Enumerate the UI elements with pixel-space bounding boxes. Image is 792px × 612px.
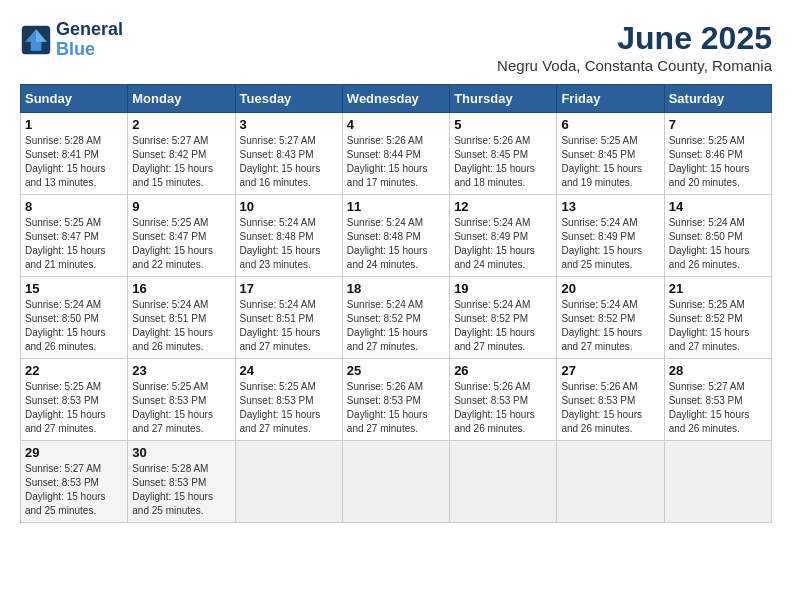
title-area: June 2025 Negru Voda, Constanta County, … — [497, 20, 772, 74]
day-info: Sunrise: 5:26 AMSunset: 8:44 PMDaylight:… — [347, 135, 428, 188]
day-info: Sunrise: 5:26 AMSunset: 8:53 PMDaylight:… — [454, 381, 535, 434]
calendar-day-empty — [557, 441, 664, 523]
day-info: Sunrise: 5:27 AMSunset: 8:43 PMDaylight:… — [240, 135, 321, 188]
day-number: 29 — [25, 445, 123, 460]
calendar-day-20: 20Sunrise: 5:24 AMSunset: 8:52 PMDayligh… — [557, 277, 664, 359]
day-number: 28 — [669, 363, 767, 378]
day-number: 25 — [347, 363, 445, 378]
day-info: Sunrise: 5:27 AMSunset: 8:53 PMDaylight:… — [669, 381, 750, 434]
calendar-day-empty — [664, 441, 771, 523]
calendar-day-4: 4Sunrise: 5:26 AMSunset: 8:44 PMDaylight… — [342, 113, 449, 195]
logo-text: General Blue — [56, 20, 123, 60]
logo: General Blue — [20, 20, 123, 60]
day-info: Sunrise: 5:28 AMSunset: 8:41 PMDaylight:… — [25, 135, 106, 188]
day-number: 16 — [132, 281, 230, 296]
day-number: 23 — [132, 363, 230, 378]
calendar-day-22: 22Sunrise: 5:25 AMSunset: 8:53 PMDayligh… — [21, 359, 128, 441]
day-info: Sunrise: 5:28 AMSunset: 8:53 PMDaylight:… — [132, 463, 213, 516]
calendar-day-23: 23Sunrise: 5:25 AMSunset: 8:53 PMDayligh… — [128, 359, 235, 441]
calendar-day-25: 25Sunrise: 5:26 AMSunset: 8:53 PMDayligh… — [342, 359, 449, 441]
calendar-header-row: Sunday Monday Tuesday Wednesday Thursday… — [21, 85, 772, 113]
page-header: General Blue June 2025 Negru Voda, Const… — [20, 20, 772, 74]
day-number: 5 — [454, 117, 552, 132]
calendar-day-7: 7Sunrise: 5:25 AMSunset: 8:46 PMDaylight… — [664, 113, 771, 195]
day-number: 24 — [240, 363, 338, 378]
calendar-day-26: 26Sunrise: 5:26 AMSunset: 8:53 PMDayligh… — [450, 359, 557, 441]
day-info: Sunrise: 5:25 AMSunset: 8:47 PMDaylight:… — [25, 217, 106, 270]
day-number: 14 — [669, 199, 767, 214]
day-number: 12 — [454, 199, 552, 214]
header-sunday: Sunday — [21, 85, 128, 113]
day-number: 7 — [669, 117, 767, 132]
day-number: 3 — [240, 117, 338, 132]
day-info: Sunrise: 5:27 AMSunset: 8:42 PMDaylight:… — [132, 135, 213, 188]
calendar-day-15: 15Sunrise: 5:24 AMSunset: 8:50 PMDayligh… — [21, 277, 128, 359]
calendar-week-4: 22Sunrise: 5:25 AMSunset: 8:53 PMDayligh… — [21, 359, 772, 441]
day-number: 17 — [240, 281, 338, 296]
calendar-day-29: 29Sunrise: 5:27 AMSunset: 8:53 PMDayligh… — [21, 441, 128, 523]
calendar-day-1: 1Sunrise: 5:28 AMSunset: 8:41 PMDaylight… — [21, 113, 128, 195]
calendar-week-2: 8Sunrise: 5:25 AMSunset: 8:47 PMDaylight… — [21, 195, 772, 277]
day-number: 21 — [669, 281, 767, 296]
month-title: June 2025 — [497, 20, 772, 57]
day-info: Sunrise: 5:24 AMSunset: 8:51 PMDaylight:… — [132, 299, 213, 352]
day-info: Sunrise: 5:25 AMSunset: 8:45 PMDaylight:… — [561, 135, 642, 188]
day-info: Sunrise: 5:26 AMSunset: 8:45 PMDaylight:… — [454, 135, 535, 188]
calendar-day-24: 24Sunrise: 5:25 AMSunset: 8:53 PMDayligh… — [235, 359, 342, 441]
day-info: Sunrise: 5:25 AMSunset: 8:52 PMDaylight:… — [669, 299, 750, 352]
day-info: Sunrise: 5:27 AMSunset: 8:53 PMDaylight:… — [25, 463, 106, 516]
day-info: Sunrise: 5:24 AMSunset: 8:51 PMDaylight:… — [240, 299, 321, 352]
calendar-day-28: 28Sunrise: 5:27 AMSunset: 8:53 PMDayligh… — [664, 359, 771, 441]
day-number: 18 — [347, 281, 445, 296]
calendar-day-10: 10Sunrise: 5:24 AMSunset: 8:48 PMDayligh… — [235, 195, 342, 277]
day-number: 19 — [454, 281, 552, 296]
header-saturday: Saturday — [664, 85, 771, 113]
calendar-day-16: 16Sunrise: 5:24 AMSunset: 8:51 PMDayligh… — [128, 277, 235, 359]
calendar-day-8: 8Sunrise: 5:25 AMSunset: 8:47 PMDaylight… — [21, 195, 128, 277]
day-number: 13 — [561, 199, 659, 214]
day-info: Sunrise: 5:25 AMSunset: 8:46 PMDaylight:… — [669, 135, 750, 188]
day-info: Sunrise: 5:25 AMSunset: 8:53 PMDaylight:… — [132, 381, 213, 434]
calendar-week-3: 15Sunrise: 5:24 AMSunset: 8:50 PMDayligh… — [21, 277, 772, 359]
calendar-week-5: 29Sunrise: 5:27 AMSunset: 8:53 PMDayligh… — [21, 441, 772, 523]
day-info: Sunrise: 5:25 AMSunset: 8:53 PMDaylight:… — [240, 381, 321, 434]
calendar-day-empty — [342, 441, 449, 523]
day-number: 1 — [25, 117, 123, 132]
calendar-day-6: 6Sunrise: 5:25 AMSunset: 8:45 PMDaylight… — [557, 113, 664, 195]
day-number: 22 — [25, 363, 123, 378]
day-number: 4 — [347, 117, 445, 132]
header-monday: Monday — [128, 85, 235, 113]
calendar-day-12: 12Sunrise: 5:24 AMSunset: 8:49 PMDayligh… — [450, 195, 557, 277]
day-number: 20 — [561, 281, 659, 296]
calendar-day-17: 17Sunrise: 5:24 AMSunset: 8:51 PMDayligh… — [235, 277, 342, 359]
day-number: 9 — [132, 199, 230, 214]
calendar: Sunday Monday Tuesday Wednesday Thursday… — [20, 84, 772, 523]
calendar-day-empty — [450, 441, 557, 523]
calendar-day-19: 19Sunrise: 5:24 AMSunset: 8:52 PMDayligh… — [450, 277, 557, 359]
day-info: Sunrise: 5:24 AMSunset: 8:48 PMDaylight:… — [347, 217, 428, 270]
header-tuesday: Tuesday — [235, 85, 342, 113]
calendar-day-2: 2Sunrise: 5:27 AMSunset: 8:42 PMDaylight… — [128, 113, 235, 195]
calendar-day-27: 27Sunrise: 5:26 AMSunset: 8:53 PMDayligh… — [557, 359, 664, 441]
location-title: Negru Voda, Constanta County, Romania — [497, 57, 772, 74]
day-number: 27 — [561, 363, 659, 378]
day-number: 11 — [347, 199, 445, 214]
calendar-day-30: 30Sunrise: 5:28 AMSunset: 8:53 PMDayligh… — [128, 441, 235, 523]
calendar-day-14: 14Sunrise: 5:24 AMSunset: 8:50 PMDayligh… — [664, 195, 771, 277]
day-info: Sunrise: 5:24 AMSunset: 8:48 PMDaylight:… — [240, 217, 321, 270]
calendar-day-5: 5Sunrise: 5:26 AMSunset: 8:45 PMDaylight… — [450, 113, 557, 195]
header-thursday: Thursday — [450, 85, 557, 113]
calendar-day-11: 11Sunrise: 5:24 AMSunset: 8:48 PMDayligh… — [342, 195, 449, 277]
calendar-day-9: 9Sunrise: 5:25 AMSunset: 8:47 PMDaylight… — [128, 195, 235, 277]
day-info: Sunrise: 5:24 AMSunset: 8:52 PMDaylight:… — [347, 299, 428, 352]
calendar-day-18: 18Sunrise: 5:24 AMSunset: 8:52 PMDayligh… — [342, 277, 449, 359]
calendar-week-1: 1Sunrise: 5:28 AMSunset: 8:41 PMDaylight… — [21, 113, 772, 195]
day-number: 10 — [240, 199, 338, 214]
day-info: Sunrise: 5:24 AMSunset: 8:49 PMDaylight:… — [454, 217, 535, 270]
day-number: 8 — [25, 199, 123, 214]
logo-icon — [20, 24, 52, 56]
day-number: 15 — [25, 281, 123, 296]
day-info: Sunrise: 5:25 AMSunset: 8:53 PMDaylight:… — [25, 381, 106, 434]
calendar-day-3: 3Sunrise: 5:27 AMSunset: 8:43 PMDaylight… — [235, 113, 342, 195]
day-info: Sunrise: 5:24 AMSunset: 8:52 PMDaylight:… — [561, 299, 642, 352]
